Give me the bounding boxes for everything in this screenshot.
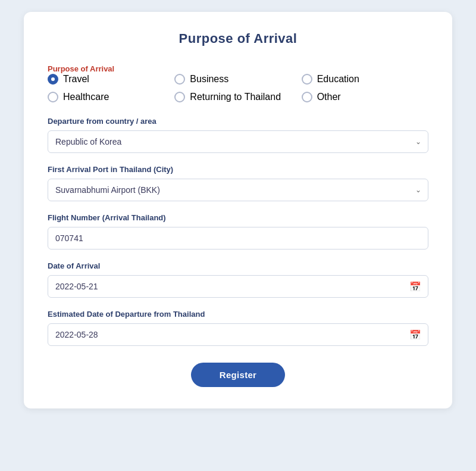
flight-number-group: Flight Number (Arrival Thailand) <box>48 213 428 249</box>
arrival-port-group: First Arrival Port in Thailand (City) Su… <box>48 165 428 201</box>
date-of-arrival-input[interactable] <box>48 275 428 298</box>
radio-healthcare[interactable] <box>48 92 58 102</box>
radio-label-travel: Travel <box>63 74 89 85</box>
radio-item-returning[interactable]: Returning to Thailand <box>174 92 301 102</box>
arrival-port-label: First Arrival Port in Thailand (City) <box>48 165 428 174</box>
register-btn-wrapper: Register <box>48 363 428 387</box>
radio-item-other[interactable]: Other <box>302 92 428 102</box>
radio-other[interactable] <box>302 92 312 102</box>
radio-label-other: Other <box>317 92 341 102</box>
purpose-radio-group: Travel Business Education Healthcare Ret… <box>48 74 428 102</box>
arrival-port-select[interactable]: Suvarnabhumi Airport (BKK) Don Mueang In… <box>48 179 428 201</box>
radio-label-education: Education <box>317 74 359 85</box>
purpose-section: Purpose of Arrival Travel Business Educa… <box>48 63 428 102</box>
page-title: Purpose of Arrival <box>48 31 428 46</box>
date-of-arrival-wrapper: 📅 <box>48 275 428 298</box>
estimated-departure-wrapper: 📅 <box>48 323 428 346</box>
form-card: Purpose of Arrival Purpose of Arrival Tr… <box>24 12 452 408</box>
radio-item-business[interactable]: Business <box>174 74 301 85</box>
date-of-arrival-label: Date of Arrival <box>48 261 428 270</box>
radio-label-business: Business <box>190 74 228 85</box>
flight-number-input[interactable] <box>48 227 428 249</box>
arrival-port-select-wrapper: Suvarnabhumi Airport (BKK) Don Mueang In… <box>48 179 428 201</box>
radio-returning[interactable] <box>174 92 185 102</box>
radio-item-education[interactable]: Education <box>302 74 428 85</box>
radio-education[interactable] <box>302 74 312 85</box>
estimated-departure-group: Estimated Date of Departure from Thailan… <box>48 310 428 346</box>
estimated-departure-input[interactable] <box>48 323 428 346</box>
purpose-section-label: Purpose of Arrival <box>48 64 114 73</box>
departure-country-select[interactable]: Republic of Korea China Japan United Sta… <box>48 130 428 153</box>
departure-country-group: Departure from country / area Republic o… <box>48 117 428 153</box>
radio-business[interactable] <box>174 74 185 85</box>
radio-item-healthcare[interactable]: Healthcare <box>48 92 174 102</box>
estimated-departure-label: Estimated Date of Departure from Thailan… <box>48 310 428 319</box>
radio-label-healthcare: Healthcare <box>63 92 109 102</box>
flight-number-label: Flight Number (Arrival Thailand) <box>48 213 428 222</box>
radio-item-travel[interactable]: Travel <box>48 74 174 85</box>
date-of-arrival-group: Date of Arrival 📅 <box>48 261 428 298</box>
departure-country-label: Departure from country / area <box>48 117 428 126</box>
departure-country-select-wrapper: Republic of Korea China Japan United Sta… <box>48 130 428 153</box>
radio-label-returning: Returning to Thailand <box>190 92 281 102</box>
register-button[interactable]: Register <box>191 363 285 387</box>
radio-travel[interactable] <box>48 74 58 85</box>
